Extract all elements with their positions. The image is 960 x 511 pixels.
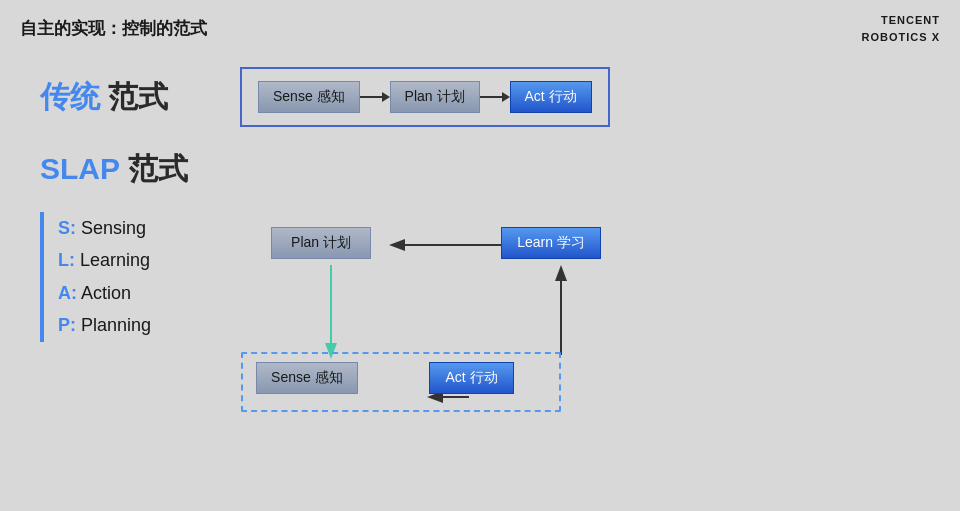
slap-p-text: Planning	[76, 315, 151, 335]
traditional-title: 传统 范式	[40, 77, 200, 118]
arrow-sense-plan	[360, 91, 390, 103]
list-item: A: Action	[58, 277, 151, 309]
slap-a-text: Action	[77, 283, 131, 303]
slap-p-prefix: P:	[58, 315, 76, 335]
learn-diag-box: Learn 学习	[501, 227, 601, 259]
slap-l-prefix: L:	[58, 250, 75, 270]
slap-list: S: Sensing L: Learning A: Action P: Plan…	[40, 212, 151, 342]
slap-title: SLAP 范式	[40, 149, 920, 190]
traditional-title-blue: 传统	[40, 80, 100, 113]
slap-l-text: Learning	[75, 250, 150, 270]
slap-section: SLAP 范式 S: Sensing L: Learning A: Action…	[40, 149, 920, 427]
traditional-section: 传统 范式 Sense 感知 Plan 计划 Act 行动	[40, 67, 920, 127]
logo: TENCENT ROBOTICS X	[862, 12, 940, 45]
list-item: S: Sensing	[58, 212, 151, 244]
arrow-plan-act	[480, 91, 510, 103]
plan-box: Plan 计划	[390, 81, 480, 113]
content-area: 传统 范式 Sense 感知 Plan 计划 Act 行动 SLAP 范式 S:…	[0, 67, 960, 427]
act-box: Act 行动	[510, 81, 592, 113]
page-title: 自主的实现：控制的范式	[20, 17, 207, 40]
traditional-flow: Sense 感知 Plan 计划 Act 行动	[240, 67, 610, 127]
list-item: P: Planning	[58, 309, 151, 341]
slap-a-prefix: A:	[58, 283, 77, 303]
sense-diag-box: Sense 感知	[256, 362, 358, 394]
act-diag-box: Act 行动	[429, 362, 514, 394]
list-item: L: Learning	[58, 244, 151, 276]
header: 自主的实现：控制的范式 TENCENT ROBOTICS X	[0, 0, 960, 57]
slap-content: S: Sensing L: Learning A: Action P: Plan…	[40, 202, 920, 427]
slap-diagram: Plan 计划 Learn 学习 Sense 感知 Act 行动	[211, 207, 691, 427]
slap-title-dark: 范式	[119, 152, 187, 185]
plan-diag-box: Plan 计划	[271, 227, 371, 259]
sense-box: Sense 感知	[258, 81, 360, 113]
traditional-title-dark: 范式	[100, 80, 168, 113]
slap-s-text: Sensing	[76, 218, 146, 238]
slap-title-blue: SLAP	[40, 152, 119, 185]
slap-s-prefix: S:	[58, 218, 76, 238]
